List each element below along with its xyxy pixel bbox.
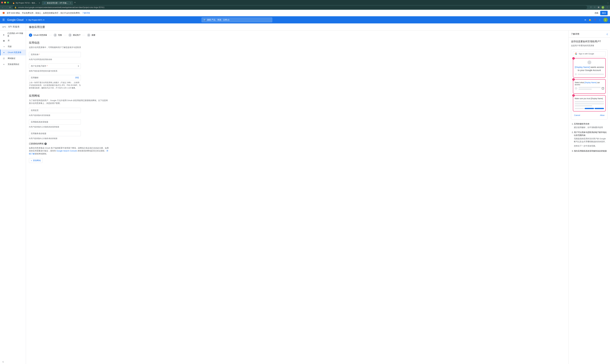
rp-title: 这些信息要如何呈现给用户? [571,40,608,43]
add-domain-button[interactable]: + 添加网域 [29,158,42,163]
api-icon: API [2,26,6,28]
activate-button[interactable]: 激活 [600,11,608,15]
learn-panel: 了解详情 ›| 这些信息要如何呈现给用户? 这是用户所看到的同意屏幕 Sign … [569,30,610,364]
cancel-label: Cancel [574,114,580,116]
preview-avatar [587,61,591,64]
stepper: 1 OAuth 同意屏幕 2 范围 3 测试用户 4 [29,34,566,37]
authorized-domains-title: 已获授权的网域 ? [29,143,109,145]
browser-actions: ⇧ ☆ ▣ L ⋮ [590,6,608,9]
search-placeholder: 搜索 产品、资源、文档 (/) [207,19,229,21]
list-item: 指向应用隐私权政策和服务条款的链接 [574,150,608,153]
search-input[interactable]: 🔍 搜索 产品、资源、文档 (/) [202,17,272,22]
section-description: 这显示在同意屏幕中，可帮助最终用户了解您是谁并与您联系 [29,46,109,49]
search-console-link[interactable]: Google Search Console [56,150,77,152]
chevron-down-icon: ▾ [43,19,44,21]
tab-title: My Project 76715 – 项目设置 – [16,2,38,4]
forward-button[interactable]: → [5,6,7,9]
address-bar[interactable]: 🔒 console.cloud.google.com/apis/credenti… [13,6,587,9]
step-separator [82,35,85,35]
field-hint: 向用户提供指向公共隐私权政策的链接 [29,126,81,128]
close-tab-icon[interactable]: × [70,2,71,4]
reload-button[interactable]: ⟳ [9,6,11,9]
consent-preview: Sign in with Google 1 [Display Name] wan… [571,49,608,119]
app-info-section: 应用信息 这显示在同意屏幕中，可帮助最终用户了解您是谁并与您联系 应用名称 * … [29,41,109,89]
nav-menu-icon[interactable]: ☰ [2,18,5,22]
section-title: 应用信息 [29,41,109,44]
panel-icon[interactable]: ▣ [598,6,599,9]
browser-tab-1[interactable]: API 修改应用注册 – API 和服务 – M... × [42,1,73,5]
privacy-link-input[interactable]: 应用隐私权政策链接 [29,119,81,125]
help-icon[interactable]: ❓ [594,19,596,21]
step-label: 测试用户 [73,34,81,37]
lock-icon: 🔒 [14,6,17,8]
gift-icon: 🎁 [2,12,5,14]
app-name-input[interactable]: 应用名称 * [29,52,81,57]
scope-icon [575,87,577,90]
back-button[interactable]: ← [2,6,4,9]
step-2[interactable]: 2 范围 [54,34,62,37]
support-email-select[interactable]: 用户支持电子邮件 * ▾ [29,64,81,69]
section-description: 为了保护您和您的用户，Google 只允许使用 OAuth 的应用使用已获授权的… [29,99,109,105]
close-tab-icon[interactable]: × [39,2,40,4]
free-trial-banner: 🎁 获享 $300 赠金。开始免费试用，请放心，如果您的赠金用尽，我们不会向您收… [0,10,610,16]
homepage-input[interactable]: 应用首页 [29,108,81,113]
preview-step-2: 2 Select what [Display Name] can access [573,79,606,94]
sidebar-item-oauth-consent[interactable]: ✦ OAuth 同意屏幕 [0,50,26,55]
sidebar-item-domain-verification[interactable]: ☑ 网域验证 [0,55,26,61]
sidebar-item-label: 已启用的 API 和服务 [7,32,23,37]
step-number: 3 [68,34,72,37]
browser-tab-0[interactable]: 🔥 My Project 76715 – 项目设置 – × [11,1,42,5]
step-3[interactable]: 3 测试用户 [68,34,81,37]
dismiss-button[interactable]: 忽略 [595,12,598,14]
info-list: 应用的徽标和名称 建议使用徽标，但不强制要求使用 用户可以用来与您联系的电子邮件… [571,122,608,152]
tab-overflow-icon[interactable]: ⌄ [607,1,609,4]
main-layout: API API 和服务 ◈ 已启用的 API 和服务 ▦ 库 ⊸ 凭据 ✦ OA… [0,23,610,364]
sidebar-item-credentials[interactable]: ⊸ 凭据 [0,44,26,50]
share-icon[interactable]: ⇧ [590,6,592,9]
field-hint: 供用户就其是否同意的问题与您联系 [29,70,81,72]
app-logo-input[interactable]: 应用徽标 浏览 [29,75,81,80]
signin-chip: Sign in with Google [573,51,606,56]
sidebar-item-label: 凭据 [8,45,12,48]
authorized-description: 如果在同意屏幕或 OAuth 客户端的配置中使用某个网域，该网域之前必须已在此处… [29,147,109,155]
list-item: 应用的徽标和名称 建议使用徽标，但不强制要求使用 [574,122,608,129]
step-number: 1 [29,34,32,37]
expand-icon[interactable]: ›| [606,33,608,35]
gcp-logo[interactable]: Google Cloud [7,18,23,22]
promo-learn-more-link[interactable]: 了解详情 [82,12,90,14]
browse-button[interactable]: 浏览 [75,76,79,79]
field-hint: 向用户提供指向公共服务条款的链接 [29,137,81,140]
sidebar-header[interactable]: API API 和服务 [0,23,26,30]
sidebar-item-enabled-apis[interactable]: ◈ 已启用的 API 和服务 [0,32,26,38]
maximize-window[interactable] [7,2,9,3]
bookmark-icon[interactable]: ☆ [594,6,596,9]
project-picker[interactable]: ⚛ My Project 8071 ▾ [26,19,44,21]
close-window[interactable] [1,2,3,3]
account-avatar[interactable]: L [603,18,608,22]
preview-step-3: 3 Make sure you trust [Display Name] [573,95,606,111]
library-icon: ▦ [2,39,5,42]
sidebar-item-label: 库 [8,39,10,42]
step-label: 摘要 [92,34,95,37]
url-text: console.cloud.google.com/apis/credential… [18,6,104,8]
inbox-icon[interactable]: ✉ [584,19,586,21]
step-1[interactable]: 1 OAuth 同意屏幕 [29,34,47,37]
menu-icon[interactable]: ⋮ [606,6,608,9]
help-icon[interactable]: ? [44,143,47,145]
more-icon[interactable]: ⋮ [599,19,601,21]
form-column: 1 OAuth 同意屏幕 2 范围 3 测试用户 4 [26,30,569,364]
agreement-icon: ≡ [2,63,5,65]
notifications-icon[interactable]: 🔔 [589,19,591,21]
new-tab-button[interactable]: + [74,1,76,4]
step-label: 范围 [58,34,62,37]
browser-toolbar: ← → ⟳ 🔒 console.cloud.google.com/apis/cr… [0,5,610,10]
minimize-window[interactable] [4,2,6,3]
sidebar-item-library[interactable]: ▦ 库 [0,38,26,44]
step-4[interactable]: 4 摘要 [87,34,95,37]
sidebar-item-page-usage[interactable]: ≡ 页面使用协议 [0,61,26,67]
sidebar-title: API 和服务 [8,25,20,28]
tos-link-input[interactable]: 应用服务条款链接 [29,131,81,136]
collapse-sidebar-button[interactable]: ‹| [0,359,26,364]
app-domain-section: 应用网域 为了保护您和您的用户，Google 只允许使用 OAuth 的应用使用… [29,94,109,163]
profile-icon[interactable]: L [602,6,604,9]
